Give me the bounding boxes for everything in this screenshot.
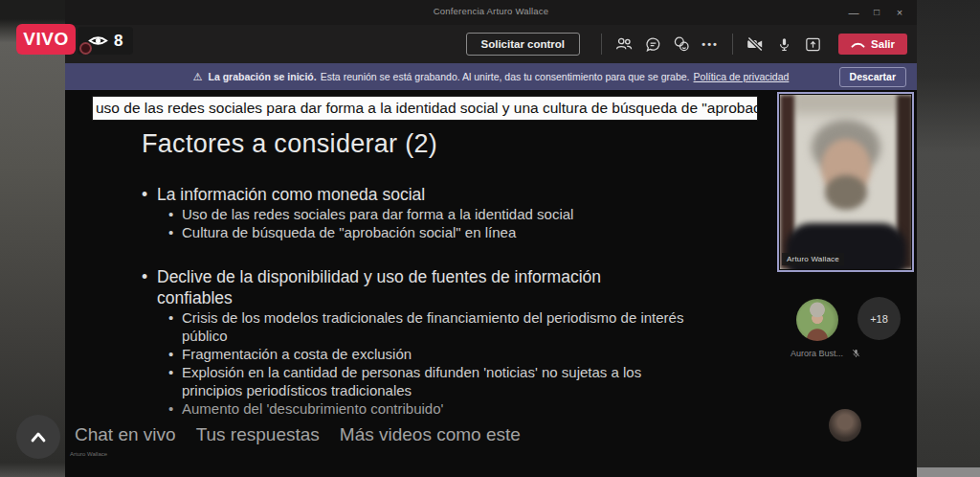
toolbar-divider (601, 34, 602, 55)
banner-body: Esta reunión se está grabando. Al unirte… (321, 71, 690, 82)
sub-bullet-item: Crisis de los modelos tradicionales de f… (168, 308, 703, 345)
participant-name-row: Aurora Bust... (791, 349, 860, 358)
overflow-participants-badge[interactable]: +18 (858, 297, 901, 340)
channel-watermark: Arturo Wallace (70, 451, 107, 457)
bullet-group: Declive de la disponibilidad y uso de fu… (142, 266, 716, 418)
chevron-up-icon (29, 430, 48, 443)
privacy-policy-link[interactable]: Política de privacidad (694, 71, 790, 82)
more-options-icon[interactable]: ••• (696, 31, 724, 57)
leave-button[interactable]: Salir (838, 34, 907, 55)
sub-bullet-item: Explosión en la cantidad de personas dif… (168, 363, 703, 399)
collapse-button[interactable] (16, 415, 60, 459)
meeting-stage: uso de las redes sociales para dar forma… (65, 90, 917, 477)
bullet-item: La información como moneda social (142, 184, 655, 205)
window-title: Conferencia Arturo Wallace (65, 6, 917, 16)
participants-icon[interactable] (610, 31, 638, 57)
tab-live-chat[interactable]: Chat en vivo (75, 424, 176, 445)
request-control-button[interactable]: Solicitar control (466, 33, 581, 56)
speaker-video-tile[interactable]: Arturo Wallace (777, 92, 914, 272)
meeting-toolbar: Solicitar control (65, 25, 917, 63)
warning-icon: ⚠ (193, 71, 203, 83)
sub-bullet-item: Fragmentación a costa de exclusión (168, 345, 703, 363)
sub-bullet-item: Aumento del 'descubrimiento contribuido' (168, 399, 703, 418)
share-screen-icon[interactable] (798, 31, 827, 57)
live-badge: VIVO (16, 24, 76, 55)
participant-avatar[interactable] (796, 299, 838, 341)
window-titlebar: Conferencia Arturo Wallace — □ × (65, 0, 917, 25)
tab-more-videos[interactable]: Más videos como este (340, 424, 521, 445)
speaker-video (780, 95, 911, 269)
stream-frame: Conferencia Arturo Wallace — □ × Solicit… (0, 0, 980, 477)
close-button[interactable]: × (888, 1, 911, 24)
reactions-icon[interactable] (667, 31, 696, 57)
viewer-count: 8 (114, 32, 122, 51)
record-dot-icon (79, 42, 92, 55)
dismiss-button[interactable]: Descartar (839, 67, 906, 87)
hangup-icon (851, 39, 865, 49)
recording-banner: ⚠ La grabación se inició. Esta reunión s… (65, 63, 917, 90)
banner-lead: La grabación se inició. (209, 71, 317, 82)
bullet-item: Declive de la disponibilidad y uso de fu… (142, 266, 655, 308)
speaker-name-label: Arturo Wallace (782, 253, 844, 265)
participant-avatar[interactable] (829, 409, 861, 442)
bottom-right-strip (917, 467, 980, 477)
participant-name-label: Aurora Bust... (791, 349, 843, 358)
presentation-slide: Factores a considerar (2) La información… (142, 128, 716, 418)
bullet-group: La información como moneda social Uso de… (142, 184, 716, 241)
microphone-icon[interactable] (769, 31, 798, 57)
tab-your-responses[interactable]: Tus respuestas (196, 424, 320, 445)
mic-muted-icon (852, 349, 860, 358)
live-caption: uso de las redes sociales para dar forma… (93, 97, 757, 120)
camera-off-icon[interactable] (741, 31, 769, 57)
slide-title: Factores a considerar (2) (142, 128, 716, 159)
minimize-button[interactable]: — (842, 1, 865, 24)
chat-icon[interactable] (638, 31, 667, 57)
toolbar-divider (732, 34, 733, 55)
maximize-button[interactable]: □ (865, 1, 888, 24)
left-letterbox (0, 0, 65, 477)
teams-window: Conferencia Arturo Wallace — □ × Solicit… (65, 0, 917, 477)
sub-bullet-item: Cultura de búsqueda de "aprobación socia… (168, 223, 703, 241)
window-controls: — □ × (842, 0, 911, 25)
sub-bullet-item: Uso de las redes sociales para dar forma… (168, 205, 703, 223)
right-letterbox (917, 0, 980, 477)
stream-tabs: Chat en vivo Tus respuestas Más videos c… (75, 424, 521, 445)
